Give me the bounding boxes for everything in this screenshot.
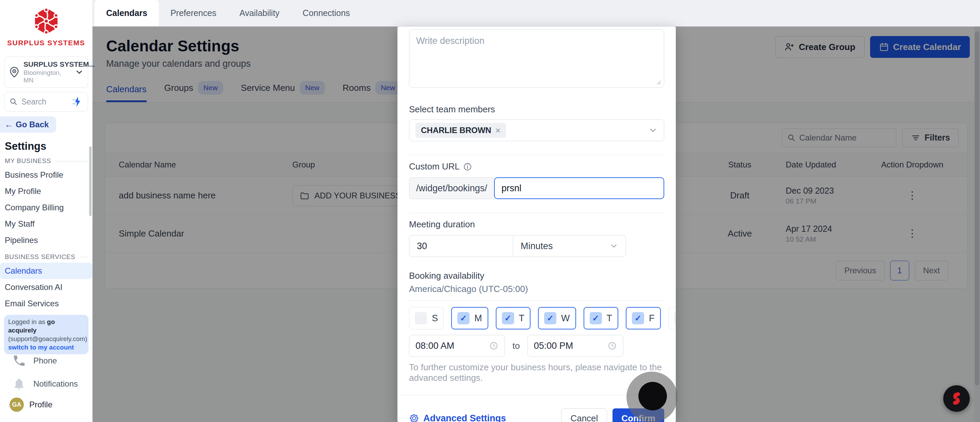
team-members-select[interactable]: CHARLIE BROWN × (409, 119, 664, 141)
surplus-systems-logo-icon (30, 5, 62, 37)
tab-connections[interactable]: Connections (291, 0, 361, 26)
create-calendar-modal: Select team members CHARLIE BROWN × Cust… (398, 27, 676, 422)
modal-footer: Advanced Settings Cancel Confirm (398, 395, 676, 422)
checkbox-icon: ✓ (457, 312, 469, 324)
info-icon (463, 162, 472, 171)
day-checkbox-friday[interactable]: ✓F (626, 307, 661, 330)
sidebar-search[interactable] (4, 92, 88, 111)
day-checkbox-saturday[interactable]: S (668, 307, 676, 330)
location-selector[interactable]: SURPLUS SYSTEM... Bloomington, MN (4, 56, 88, 88)
checkbox-icon: ✓ (590, 312, 602, 324)
team-members-label: Select team members (409, 104, 664, 115)
sidebar: SURPLUS SYSTEMS SURPLUS SYSTEM... Bloomi… (0, 0, 92, 422)
cancel-button[interactable]: Cancel (561, 408, 607, 422)
divider (409, 213, 664, 213)
sidebar-item-my-profile[interactable]: My Profile (0, 183, 92, 199)
duration-value-input[interactable] (409, 235, 513, 257)
checkbox-icon: ✓ (502, 312, 514, 324)
day-checkbox-tuesday[interactable]: ✓T (496, 307, 531, 330)
weekday-checkboxes: S ✓M ✓T ✓W ✓T ✓F S (409, 307, 664, 330)
switch-account-link[interactable]: switch to my account (8, 344, 74, 351)
sidebar-item-email-services[interactable]: Email Services (0, 295, 92, 312)
custom-url-label: Custom URL (409, 161, 664, 172)
checkbox-icon: ✓ (544, 312, 556, 324)
sidebar-notifications[interactable]: Notifications (0, 377, 92, 391)
gear-icon (409, 413, 419, 422)
chevron-down-icon (75, 68, 84, 76)
sidebar-profile[interactable]: GA Profile (0, 398, 92, 412)
description-textarea[interactable] (409, 29, 664, 88)
tab-availability[interactable]: Availability (228, 0, 291, 26)
clock-icon (608, 341, 617, 350)
divider (409, 155, 664, 155)
tab-calendars[interactable]: Calendars (95, 0, 159, 26)
advanced-settings-link[interactable]: Advanced Settings (409, 413, 506, 422)
day-checkbox-sunday[interactable]: S (409, 307, 444, 330)
nav-section-business-services: BUSINESS SERVICES (5, 253, 88, 261)
logged-in-email: (support@goacquirely.com) (8, 335, 87, 342)
day-checkbox-wednesday[interactable]: ✓W (538, 307, 576, 330)
phone-icon (12, 354, 26, 368)
nav-section-my-business: MY BUSINESS (5, 157, 88, 165)
to-label: to (512, 341, 520, 351)
sidebar-scrollbar[interactable] (89, 147, 92, 216)
avatar: GA (10, 398, 24, 412)
go-back-button[interactable]: ← Go Back (0, 116, 56, 133)
sidebar-item-calendars[interactable]: Calendars (0, 263, 92, 279)
team-member-chip: CHARLIE BROWN × (415, 123, 506, 138)
chat-widget-button[interactable] (943, 385, 970, 412)
day-checkbox-thursday[interactable]: ✓T (584, 307, 619, 330)
search-icon (9, 97, 18, 106)
time-to-input[interactable]: 05:00 PM (527, 335, 624, 357)
timezone-label: America/Chicago (UTC-05:00) (409, 284, 664, 295)
meeting-duration-label: Meeting duration (409, 219, 664, 230)
quick-actions-bolt-icon[interactable] (71, 96, 83, 108)
confirm-button[interactable]: Confirm (612, 408, 664, 422)
checkbox-icon: ✓ (632, 312, 644, 324)
chevron-down-icon (609, 242, 618, 250)
logged-in-banner: Logged in as go acquirely (support@goacq… (4, 315, 89, 354)
brand-logo: SURPLUS SYSTEMS (0, 0, 92, 47)
duration-unit-select[interactable]: Minutes (513, 235, 626, 257)
business-hours: 08:00 AM to 05:00 PM (409, 335, 664, 357)
search-input[interactable] (21, 97, 67, 107)
bell-icon (12, 377, 26, 391)
location-name: SURPLUS SYSTEM... (24, 60, 72, 68)
sidebar-item-business-profile[interactable]: Business Profile (0, 167, 92, 183)
tab-preferences[interactable]: Preferences (159, 0, 228, 26)
settings-heading: Settings (5, 140, 92, 153)
location-city: Bloomington, MN (24, 69, 72, 84)
brand-name: SURPLUS SYSTEMS (0, 39, 92, 47)
sidebar-item-my-staff[interactable]: My Staff (0, 216, 92, 232)
sidebar-item-company-billing[interactable]: Company Billing (0, 199, 92, 216)
url-prefix: /widget/bookings/ (409, 177, 494, 199)
remove-chip-icon[interactable]: × (495, 125, 501, 136)
brand-swirl-icon (949, 391, 964, 406)
sidebar-item-pipelines[interactable]: Pipelines (0, 232, 92, 248)
day-checkbox-monday[interactable]: ✓M (451, 307, 488, 330)
hours-help-text: To further customize your business hours… (409, 362, 664, 383)
top-tab-bar: Calendars Preferences Availability Conne… (92, 0, 980, 27)
booking-availability-label: Booking availability (409, 271, 664, 281)
location-pin-icon (8, 66, 20, 78)
checkbox-icon (415, 312, 427, 324)
sidebar-phone[interactable]: Phone (0, 354, 92, 368)
go-back-label: Go Back (16, 120, 49, 129)
checkbox-icon (674, 312, 676, 324)
sidebar-item-conversation-ai[interactable]: Conversation AI (0, 279, 92, 295)
clock-icon (489, 341, 498, 350)
left-arrow-icon: ← (5, 120, 13, 129)
custom-url-input[interactable] (494, 177, 664, 199)
divider (409, 301, 664, 301)
time-from-input[interactable]: 08:00 AM (409, 335, 505, 357)
chevron-down-icon (648, 126, 658, 135)
